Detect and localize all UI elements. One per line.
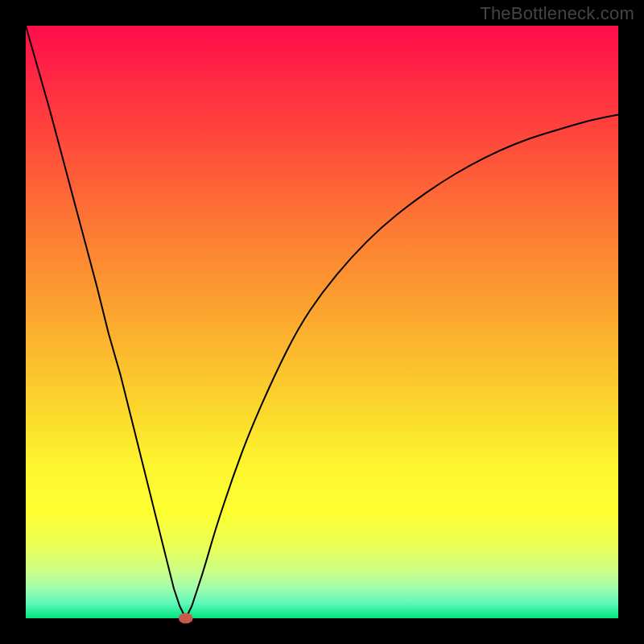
- watermark-text: TheBottleneck.com: [480, 3, 634, 24]
- optimal-point-marker: [179, 613, 193, 623]
- plot-area: [26, 26, 618, 618]
- chart-container: TheBottleneck.com: [0, 0, 644, 644]
- bottleneck-chart: [0, 0, 644, 644]
